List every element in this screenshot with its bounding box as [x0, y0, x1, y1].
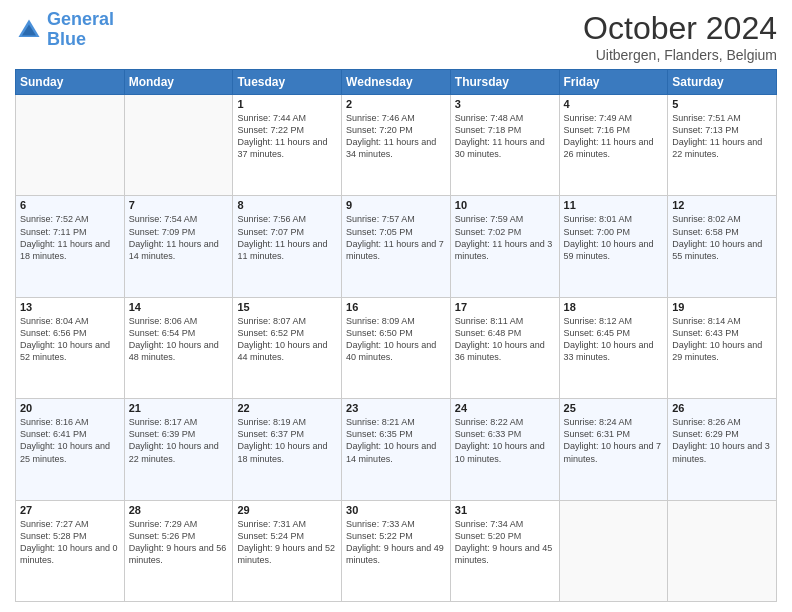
calendar-cell: 7Sunrise: 7:54 AM Sunset: 7:09 PM Daylig…: [124, 196, 233, 297]
title-area: October 2024 Uitbergen, Flanders, Belgiu…: [583, 10, 777, 63]
header-row: SundayMondayTuesdayWednesdayThursdayFrid…: [16, 70, 777, 95]
calendar-cell: 27Sunrise: 7:27 AM Sunset: 5:28 PM Dayli…: [16, 500, 125, 601]
calendar-cell: 21Sunrise: 8:17 AM Sunset: 6:39 PM Dayli…: [124, 399, 233, 500]
day-number: 9: [346, 199, 446, 211]
day-info: Sunrise: 7:29 AM Sunset: 5:26 PM Dayligh…: [129, 518, 229, 567]
week-row-2: 6Sunrise: 7:52 AM Sunset: 7:11 PM Daylig…: [16, 196, 777, 297]
calendar-cell: 3Sunrise: 7:48 AM Sunset: 7:18 PM Daylig…: [450, 95, 559, 196]
calendar-cell: 22Sunrise: 8:19 AM Sunset: 6:37 PM Dayli…: [233, 399, 342, 500]
day-number: 16: [346, 301, 446, 313]
day-number: 26: [672, 402, 772, 414]
logo-text: General Blue: [47, 10, 114, 50]
day-header-sunday: Sunday: [16, 70, 125, 95]
day-info: Sunrise: 7:57 AM Sunset: 7:05 PM Dayligh…: [346, 213, 446, 262]
day-info: Sunrise: 7:49 AM Sunset: 7:16 PM Dayligh…: [564, 112, 664, 161]
day-info: Sunrise: 7:52 AM Sunset: 7:11 PM Dayligh…: [20, 213, 120, 262]
day-info: Sunrise: 8:06 AM Sunset: 6:54 PM Dayligh…: [129, 315, 229, 364]
day-info: Sunrise: 8:02 AM Sunset: 6:58 PM Dayligh…: [672, 213, 772, 262]
week-row-5: 27Sunrise: 7:27 AM Sunset: 5:28 PM Dayli…: [16, 500, 777, 601]
day-number: 11: [564, 199, 664, 211]
calendar-cell: 24Sunrise: 8:22 AM Sunset: 6:33 PM Dayli…: [450, 399, 559, 500]
calendar-cell: 28Sunrise: 7:29 AM Sunset: 5:26 PM Dayli…: [124, 500, 233, 601]
calendar-table: SundayMondayTuesdayWednesdayThursdayFrid…: [15, 69, 777, 602]
day-header-monday: Monday: [124, 70, 233, 95]
day-number: 1: [237, 98, 337, 110]
week-row-1: 1Sunrise: 7:44 AM Sunset: 7:22 PM Daylig…: [16, 95, 777, 196]
day-info: Sunrise: 8:26 AM Sunset: 6:29 PM Dayligh…: [672, 416, 772, 465]
calendar-cell: 2Sunrise: 7:46 AM Sunset: 7:20 PM Daylig…: [342, 95, 451, 196]
calendar-cell: 19Sunrise: 8:14 AM Sunset: 6:43 PM Dayli…: [668, 297, 777, 398]
calendar-cell: [668, 500, 777, 601]
day-number: 4: [564, 98, 664, 110]
calendar-cell: 1Sunrise: 7:44 AM Sunset: 7:22 PM Daylig…: [233, 95, 342, 196]
day-info: Sunrise: 8:11 AM Sunset: 6:48 PM Dayligh…: [455, 315, 555, 364]
day-number: 23: [346, 402, 446, 414]
day-info: Sunrise: 8:24 AM Sunset: 6:31 PM Dayligh…: [564, 416, 664, 465]
calendar-cell: 31Sunrise: 7:34 AM Sunset: 5:20 PM Dayli…: [450, 500, 559, 601]
calendar-cell: [16, 95, 125, 196]
day-header-saturday: Saturday: [668, 70, 777, 95]
calendar-cell: 5Sunrise: 7:51 AM Sunset: 7:13 PM Daylig…: [668, 95, 777, 196]
day-number: 13: [20, 301, 120, 313]
day-info: Sunrise: 7:27 AM Sunset: 5:28 PM Dayligh…: [20, 518, 120, 567]
day-number: 5: [672, 98, 772, 110]
day-number: 8: [237, 199, 337, 211]
day-info: Sunrise: 8:17 AM Sunset: 6:39 PM Dayligh…: [129, 416, 229, 465]
day-number: 10: [455, 199, 555, 211]
location-subtitle: Uitbergen, Flanders, Belgium: [583, 47, 777, 63]
day-info: Sunrise: 8:16 AM Sunset: 6:41 PM Dayligh…: [20, 416, 120, 465]
calendar-cell: 15Sunrise: 8:07 AM Sunset: 6:52 PM Dayli…: [233, 297, 342, 398]
day-info: Sunrise: 7:54 AM Sunset: 7:09 PM Dayligh…: [129, 213, 229, 262]
calendar-cell: 20Sunrise: 8:16 AM Sunset: 6:41 PM Dayli…: [16, 399, 125, 500]
header: General Blue October 2024 Uitbergen, Fla…: [15, 10, 777, 63]
calendar-cell: 25Sunrise: 8:24 AM Sunset: 6:31 PM Dayli…: [559, 399, 668, 500]
day-info: Sunrise: 7:56 AM Sunset: 7:07 PM Dayligh…: [237, 213, 337, 262]
day-info: Sunrise: 8:01 AM Sunset: 7:00 PM Dayligh…: [564, 213, 664, 262]
day-number: 31: [455, 504, 555, 516]
day-number: 22: [237, 402, 337, 414]
calendar-cell: [559, 500, 668, 601]
day-info: Sunrise: 8:09 AM Sunset: 6:50 PM Dayligh…: [346, 315, 446, 364]
day-info: Sunrise: 8:21 AM Sunset: 6:35 PM Dayligh…: [346, 416, 446, 465]
week-row-4: 20Sunrise: 8:16 AM Sunset: 6:41 PM Dayli…: [16, 399, 777, 500]
page: General Blue October 2024 Uitbergen, Fla…: [0, 0, 792, 612]
day-header-wednesday: Wednesday: [342, 70, 451, 95]
day-number: 24: [455, 402, 555, 414]
day-number: 20: [20, 402, 120, 414]
calendar-cell: 6Sunrise: 7:52 AM Sunset: 7:11 PM Daylig…: [16, 196, 125, 297]
week-row-3: 13Sunrise: 8:04 AM Sunset: 6:56 PM Dayli…: [16, 297, 777, 398]
day-info: Sunrise: 7:31 AM Sunset: 5:24 PM Dayligh…: [237, 518, 337, 567]
logo-icon: [15, 16, 43, 44]
calendar-cell: 23Sunrise: 8:21 AM Sunset: 6:35 PM Dayli…: [342, 399, 451, 500]
day-number: 7: [129, 199, 229, 211]
day-number: 21: [129, 402, 229, 414]
day-info: Sunrise: 8:14 AM Sunset: 6:43 PM Dayligh…: [672, 315, 772, 364]
day-header-thursday: Thursday: [450, 70, 559, 95]
calendar-cell: 30Sunrise: 7:33 AM Sunset: 5:22 PM Dayli…: [342, 500, 451, 601]
day-number: 2: [346, 98, 446, 110]
day-info: Sunrise: 7:59 AM Sunset: 7:02 PM Dayligh…: [455, 213, 555, 262]
day-number: 29: [237, 504, 337, 516]
logo: General Blue: [15, 10, 114, 50]
day-number: 18: [564, 301, 664, 313]
day-number: 25: [564, 402, 664, 414]
day-info: Sunrise: 8:12 AM Sunset: 6:45 PM Dayligh…: [564, 315, 664, 364]
day-info: Sunrise: 7:34 AM Sunset: 5:20 PM Dayligh…: [455, 518, 555, 567]
day-header-friday: Friday: [559, 70, 668, 95]
day-number: 14: [129, 301, 229, 313]
calendar-cell: 17Sunrise: 8:11 AM Sunset: 6:48 PM Dayli…: [450, 297, 559, 398]
logo-line1: General: [47, 9, 114, 29]
calendar-cell: 16Sunrise: 8:09 AM Sunset: 6:50 PM Dayli…: [342, 297, 451, 398]
day-info: Sunrise: 8:04 AM Sunset: 6:56 PM Dayligh…: [20, 315, 120, 364]
day-info: Sunrise: 8:19 AM Sunset: 6:37 PM Dayligh…: [237, 416, 337, 465]
calendar-cell: 8Sunrise: 7:56 AM Sunset: 7:07 PM Daylig…: [233, 196, 342, 297]
day-header-tuesday: Tuesday: [233, 70, 342, 95]
calendar-cell: 13Sunrise: 8:04 AM Sunset: 6:56 PM Dayli…: [16, 297, 125, 398]
day-number: 6: [20, 199, 120, 211]
day-number: 30: [346, 504, 446, 516]
calendar-cell: 18Sunrise: 8:12 AM Sunset: 6:45 PM Dayli…: [559, 297, 668, 398]
calendar-cell: 10Sunrise: 7:59 AM Sunset: 7:02 PM Dayli…: [450, 196, 559, 297]
day-number: 27: [20, 504, 120, 516]
calendar-cell: 9Sunrise: 7:57 AM Sunset: 7:05 PM Daylig…: [342, 196, 451, 297]
day-number: 28: [129, 504, 229, 516]
